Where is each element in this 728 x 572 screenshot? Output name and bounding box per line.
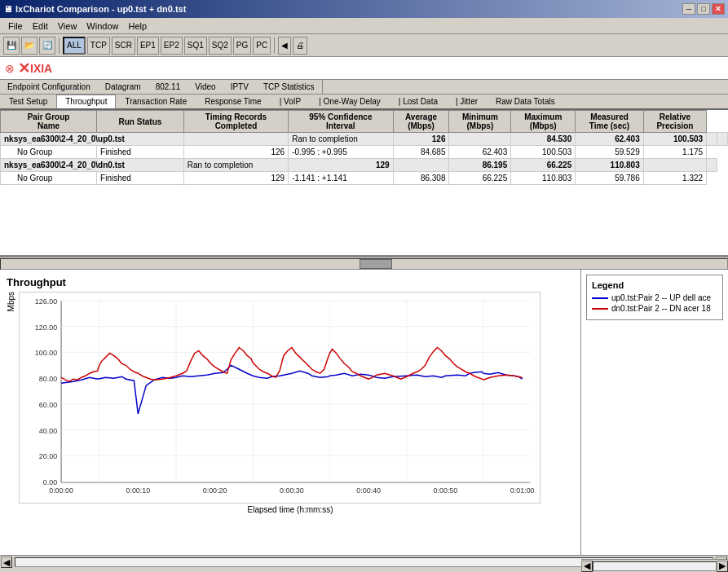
file2-confidence [393,159,449,172]
svg-text:120.00: 120.00 [35,323,57,332]
menu-file[interactable]: File [3,20,28,33]
chart-area: Throughput Mbps [0,270,581,555]
legend-line-dn [592,308,608,310]
legend-line-up [592,297,608,299]
logo-bar: ⊗ ✕ IXIA [0,57,728,80]
tab-lost-data[interactable]: | Lost Data [390,95,447,108]
subrow1-group: No Group [1,146,97,159]
col-minimum: Minimum(Mbps) [449,111,511,133]
svg-text:80.00: 80.00 [39,375,57,383]
hscroll-left[interactable]: ◀ [1,557,12,568]
col-average: Average(Mbps) [393,111,449,133]
chart-title: Throughput [7,276,574,288]
filter-pc[interactable]: PC [253,37,271,55]
tab-endpoint-config[interactable]: Endpoint Configuration [0,80,98,94]
logo-x: ✕ [18,59,30,77]
legend-item-dn: dn0.tst:Pair 2 -- DN acer 18 [592,304,717,313]
tab-datagram[interactable]: Datagram [98,80,148,94]
filter-tcp[interactable]: TCP [87,37,110,55]
open-button[interactable]: 📂 [21,37,38,55]
col-run-status: Run Status [97,111,184,133]
tab-response-time[interactable]: Response Time [196,95,270,108]
tab-raw-data[interactable]: Raw Data Totals [487,95,564,108]
save-button[interactable]: 💾 [3,37,20,55]
subrow2-avg: 86.308 [393,172,449,185]
logo-ixia: IXIA [30,62,52,75]
tab-test-setup[interactable]: Test Setup [0,95,56,108]
svg-text:0:01:00: 0:01:00 [510,486,535,495]
tab-video[interactable]: Video [188,80,223,94]
menu-window[interactable]: Window [82,20,123,33]
file1-max: 100.503 [643,133,706,146]
subrow1-timing: 126 [183,146,288,159]
filter-scr[interactable]: SCR [112,37,135,55]
y-axis-label: Mbps [7,292,15,311]
close-button[interactable]: ✕ [712,3,725,15]
tab-tcp-stats[interactable]: TCP Statistics [256,80,322,94]
filter-ep2[interactable]: EP2 [161,37,183,55]
tab-iptv[interactable]: IPTV [223,80,256,94]
tab-row-2: Test Setup Throughput Transaction Rate R… [0,95,728,110]
results-table: Pair GroupName Run Status Timing Records… [0,110,728,185]
table-hscroll[interactable] [0,257,728,270]
filter-sq2[interactable]: SQ2 [209,37,232,55]
table-row: No Group Finished 129 -1.141 : +1.141 86… [1,172,728,185]
filter-ep1[interactable]: EP1 [137,37,159,55]
scroll-right[interactable]: ▶ [717,561,728,572]
file1-run-status: Ran to completion [289,133,393,146]
subrow1-precision: 1.175 [643,146,706,159]
menu-help[interactable]: Help [123,20,152,33]
file1-timing: 126 [393,133,449,146]
chart-svg: 126.00 120.00 100.00 80.00 60.00 40.00 2… [19,292,540,504]
legend-vscroll[interactable]: ◀ ▶ [581,559,728,572]
col-confidence: 95% ConfidenceInterval [289,111,393,133]
col-pair-group: Pair GroupName [1,111,97,133]
title-bar: 🖥 IxChariot Comparison - up0.tst + dn0.t… [0,0,728,18]
svg-text:126.00: 126.00 [35,297,57,306]
filter-sq1[interactable]: SQ1 [184,37,207,55]
table-row: No Group Finished 126 -0.995 : +0.995 84… [1,146,728,159]
file1-status [183,133,288,146]
tab-voip[interactable]: | VoIP [271,95,311,108]
menu-edit[interactable]: Edit [28,20,53,33]
tab-throughput[interactable]: Throughput [56,95,116,108]
menu-view[interactable]: View [53,20,82,33]
filter-pg[interactable]: PG [233,37,251,55]
file2-timing: 129 [289,159,393,172]
scroll-left[interactable]: ◀ [581,561,593,572]
tab-jitter[interactable]: | Jitter [447,95,487,108]
filter-all[interactable]: ALL [63,37,86,55]
file1-min: 62.403 [576,133,644,146]
subrow2-group: No Group [1,172,97,185]
tab-802[interactable]: 802.11 [148,80,188,94]
subrow1-status: Finished [97,146,184,159]
file2-max: 110.803 [576,159,644,172]
logo-icon: ⊗ [5,62,15,75]
app-icon: 🖥 [3,4,12,14]
file1-confidence [449,133,511,146]
subrow2-confidence: -1.141 : +1.141 [289,172,393,185]
subrow1-avg: 84.685 [393,146,449,159]
file1-path: nksys_ea6300\2-4_20_0\up0.tst [1,133,184,146]
back-button[interactable]: ◀ [278,37,291,55]
maximize-button[interactable]: □ [697,3,710,15]
minimize-button[interactable]: ─ [682,3,695,15]
subrow2-status: Finished [97,172,184,185]
tab-one-way-delay[interactable]: | One-Way Delay [310,95,390,108]
data-table-area[interactable]: Pair GroupName Run Status Timing Records… [0,110,728,257]
file1-precision [717,133,728,146]
file2-precision [707,159,717,172]
svg-text:100.00: 100.00 [35,349,57,357]
file2-run-status: Ran to completion [183,159,288,172]
tab-transaction-rate[interactable]: Transaction Rate [116,95,196,108]
print-button[interactable]: 🖨 [293,37,307,55]
refresh-button[interactable]: 🔄 [39,37,55,55]
subrow2-precision: 1.322 [643,172,706,185]
file2-measured [643,159,706,172]
x-axis-label: Elapsed time (h:mm:ss) [7,505,574,514]
file1-measured [707,133,717,146]
subrow2-min: 66.225 [449,172,511,185]
subrow2-max: 110.803 [511,172,576,185]
legend-label-up: up0.tst:Pair 2 -- UP dell ace [611,293,711,302]
legend-label-dn: dn0.tst:Pair 2 -- DN acer 18 [611,304,711,313]
